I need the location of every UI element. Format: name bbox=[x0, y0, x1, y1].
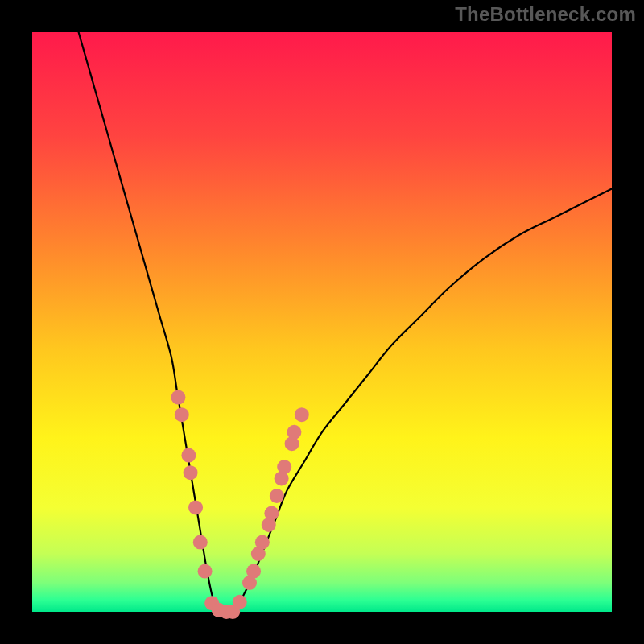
highlight-dot bbox=[193, 535, 208, 550]
highlight-dot bbox=[198, 564, 213, 579]
highlight-dot bbox=[171, 390, 185, 405]
chart-svg bbox=[32, 32, 612, 612]
highlight-dot bbox=[246, 564, 261, 579]
highlight-dot bbox=[255, 535, 270, 550]
highlight-dots-group bbox=[171, 390, 308, 619]
highlight-dot bbox=[184, 465, 198, 480]
highlight-dot bbox=[181, 448, 196, 463]
outer-frame: TheBottleneck.com bbox=[0, 0, 644, 644]
highlight-dot bbox=[295, 407, 309, 422]
highlight-dot bbox=[270, 489, 284, 503]
watermark-text: TheBottleneck.com bbox=[455, 3, 636, 26]
highlight-dot bbox=[287, 425, 301, 440]
highlight-dot bbox=[233, 595, 247, 609]
bottleneck-curve bbox=[79, 32, 612, 613]
highlight-dot bbox=[264, 506, 279, 521]
highlight-dot bbox=[277, 460, 291, 474]
highlight-dot bbox=[188, 500, 203, 514]
plot-area bbox=[32, 32, 612, 612]
highlight-dot bbox=[175, 407, 189, 422]
